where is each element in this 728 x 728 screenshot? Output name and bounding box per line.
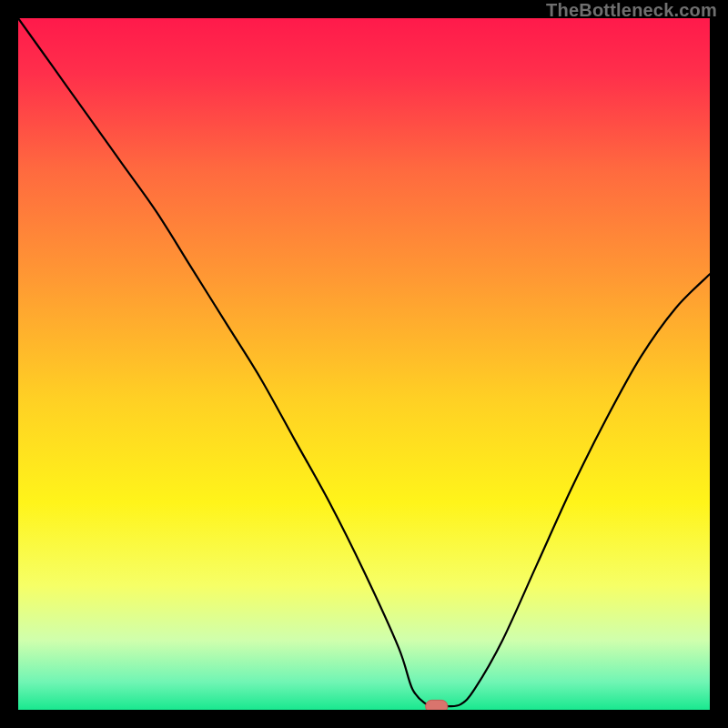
chart-frame: TheBottleneck.com <box>0 0 728 728</box>
optimum-marker <box>426 700 448 710</box>
bottleneck-curve-chart <box>18 18 710 710</box>
gradient-background <box>18 18 710 710</box>
plot-area <box>18 18 710 710</box>
